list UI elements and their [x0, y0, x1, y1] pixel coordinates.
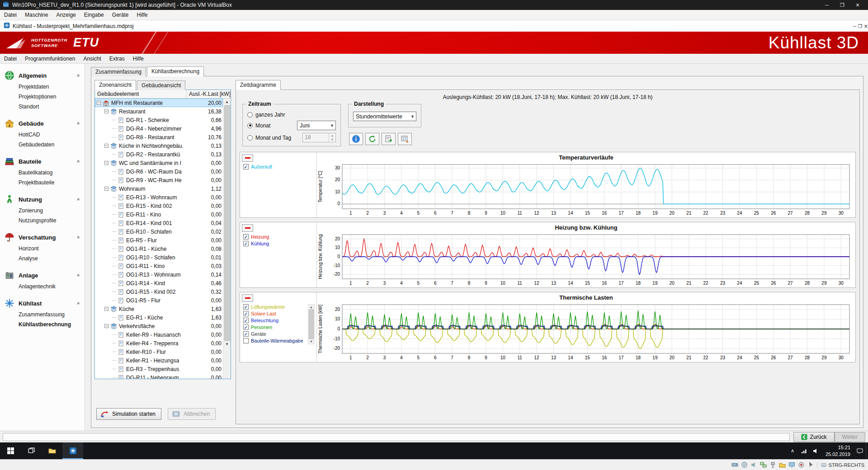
- tree-row-dg-r6-wc-raum-da[interactable]: DG-R6 - WC-Raum Da0,00: [95, 167, 223, 176]
- app-restore-button[interactable]: ❐: [858, 24, 863, 29]
- tree-row-og1-r11-kino[interactable]: OG1-R11 - Kino0,03: [95, 262, 223, 270]
- tree-row-og1-r15-kind-002[interactable]: OG1-R15 - Kind 0020,32: [95, 287, 223, 296]
- checkbox-kühlung[interactable]: ✓: [243, 241, 249, 246]
- sidebar-item-bauteilkatalog[interactable]: Bauteilkatalog: [19, 169, 85, 176]
- vbox-network-icon[interactable]: [760, 461, 767, 468]
- tree-row-dg-r8-restaurant[interactable]: DG-R8 - Restaurant10,76: [95, 133, 223, 141]
- vbox-menu-datei[interactable]: Datei: [0, 10, 21, 19]
- scroll-down-icon[interactable]: ▼: [310, 340, 313, 343]
- simulation-start-button[interactable]: Simulation starten: [96, 408, 161, 420]
- tree-expander-icon[interactable]: −: [97, 101, 101, 105]
- tray-chevron-icon[interactable]: ∧: [787, 442, 798, 459]
- tree-row-wohnraum[interactable]: −Wohnraum1,12: [95, 184, 223, 193]
- collapse-chevron-icon[interactable]: «: [76, 302, 81, 305]
- network-icon[interactable]: [798, 442, 810, 459]
- cancel-button[interactable]: Abbrechen: [168, 408, 216, 420]
- sidebar-item-horizont[interactable]: Horizont: [19, 245, 85, 252]
- sidebar-item-zusammenfassung[interactable]: Zusammenfassung: [19, 311, 85, 318]
- tree-row-dg-r9-wc-raum-he[interactable]: DG-R9 - WC-Raum He0,00: [95, 176, 223, 184]
- scroll-up-icon[interactable]: ▲: [225, 99, 229, 105]
- sidebar-item-analyse[interactable]: Analyse: [19, 255, 85, 262]
- scroll-thumb[interactable]: [224, 105, 230, 341]
- tab-kühllastberechnung[interactable]: Kühllastberechnung: [147, 66, 204, 76]
- sidebar-item-projektoptionen[interactable]: Projektoptionen: [19, 94, 85, 100]
- tree-row-wc-und-sanitärräume-in-i[interactable]: −WC und Sanitärräume in I0,00: [95, 159, 223, 167]
- vbox-minimize-button[interactable]: ─: [819, 2, 835, 8]
- tree-row-küche[interactable]: −Küche1,63: [95, 305, 223, 313]
- sidebar-header-kühllast[interactable]: Kühllast «: [0, 297, 85, 310]
- sidebar-item-kühllastberechnung[interactable]: Kühllastberechnung: [19, 321, 85, 328]
- sidebar-header-gebäude[interactable]: Gebäude «: [0, 117, 85, 130]
- vbox-cd-icon[interactable]: [741, 461, 748, 468]
- scroll-down-icon[interactable]: ▼: [225, 341, 229, 348]
- checkbox-geräte[interactable]: ✓: [243, 331, 249, 337]
- task-view-button[interactable]: [21, 442, 42, 459]
- taskbar-clock[interactable]: 15:21 25.02.2019: [822, 444, 854, 457]
- day-spinner[interactable]: 18 ▲▼: [302, 133, 336, 142]
- checkbox-beleuchtung[interactable]: ✓: [243, 318, 249, 323]
- collapse-chart-button[interactable]: [242, 294, 253, 302]
- tree-row-keller-r9-hausansch[interactable]: Keller-R9 - Hausansch0,00: [95, 330, 223, 339]
- collapse-chevron-icon[interactable]: «: [76, 236, 81, 239]
- column-header-element[interactable]: Gebäudeelement: [95, 90, 187, 98]
- volume-icon[interactable]: [810, 442, 822, 459]
- tree-row-keller-r4-treppenra[interactable]: Keller-R4 - Treppenra0,00: [95, 339, 223, 348]
- sidebar-header-allgemein[interactable]: Allgemein «: [0, 69, 85, 82]
- spin-up-icon[interactable]: ▲: [331, 134, 334, 137]
- file-explorer-button[interactable]: [42, 442, 62, 459]
- tree-row-eg-r13-wohnraum[interactable]: EG-R13 - Wohnraum0,00: [95, 193, 223, 202]
- vbox-hdd-icon[interactable]: [731, 461, 738, 468]
- month-select[interactable]: Juni ▼: [297, 121, 336, 130]
- sidebar-header-verschattung[interactable]: Verschattung «: [0, 231, 85, 244]
- app-menu-datei[interactable]: Datei: [0, 54, 21, 63]
- tree-expander-icon[interactable]: −: [104, 109, 108, 113]
- app-close-button[interactable]: ✕: [864, 24, 868, 29]
- refresh-button[interactable]: [365, 133, 379, 145]
- tab-gebäudeansicht[interactable]: Gebäudeansicht: [137, 80, 185, 90]
- app-menu-extras[interactable]: Extras: [105, 54, 129, 63]
- vbox-menu-eingabe[interactable]: Eingabe: [80, 10, 108, 19]
- vbox-close-button[interactable]: ✕: [850, 2, 865, 8]
- vbox-menu-hilfe[interactable]: Hilfe: [132, 10, 151, 19]
- tree-expander-icon[interactable]: −: [104, 187, 108, 191]
- app-menu-ansicht[interactable]: Ansicht: [79, 54, 105, 63]
- darstellung-select[interactable]: Stundenmittelwerte ▼: [353, 112, 416, 121]
- vbox-menu-anzeige[interactable]: Anzeige: [52, 10, 80, 19]
- legend-scrollbar[interactable]: ▲▼: [308, 304, 315, 344]
- tree-expander-icon[interactable]: −: [104, 307, 108, 311]
- export-table-button[interactable]: [398, 133, 412, 145]
- scroll-up-icon[interactable]: ▲: [310, 306, 313, 309]
- tree-row-dg-r1-schenke[interactable]: DG-R1 - Schenke0,66: [95, 116, 223, 124]
- sidebar-header-anlage[interactable]: Anlage «: [0, 269, 85, 282]
- action-center-icon[interactable]: [854, 442, 866, 459]
- sidebar-item-projektdaten[interactable]: Projektdaten: [19, 84, 85, 90]
- vbox-mouse-icon[interactable]: [807, 461, 814, 468]
- tree-row-verkehrsfläche[interactable]: −Verkehrsfläche0,00: [95, 322, 223, 330]
- collapse-chevron-icon[interactable]: «: [76, 274, 81, 277]
- tree-row-dg-r11-nebenraum[interactable]: DG-R11 - Nebenraum0,00: [95, 373, 223, 379]
- collapse-chevron-icon[interactable]: «: [76, 198, 81, 201]
- app-menu-programmfunktionen[interactable]: Programmfunktionen: [21, 54, 79, 63]
- vbox-audio-icon[interactable]: [750, 461, 757, 468]
- collapse-chevron-icon[interactable]: «: [76, 160, 81, 163]
- tree-row-eg-r3-treppenhaus[interactable]: EG-R3 - Treppenhaus0,00: [95, 365, 223, 373]
- sidebar-item-anlagentechnik[interactable]: Anlagentechnik: [19, 283, 85, 290]
- sidebar-item-hottcad[interactable]: HottCAD: [19, 132, 85, 138]
- scroll-thumb[interactable]: [309, 310, 314, 339]
- sidebar-item-zonierung[interactable]: Zonierung: [19, 207, 85, 214]
- sidebar-header-nutzung[interactable]: Nutzung «: [0, 193, 85, 206]
- info-button[interactable]: [349, 133, 363, 145]
- checkbox-bauteile-wärmeabgabe[interactable]: [243, 338, 249, 343]
- tree-expander-icon[interactable]: −: [104, 144, 108, 148]
- vbox-recording-icon[interactable]: [798, 461, 805, 468]
- vbox-usb-icon[interactable]: [769, 461, 776, 468]
- app-menu-hilfe[interactable]: Hilfe: [129, 54, 148, 63]
- checkbox-personen[interactable]: ✓: [243, 324, 249, 330]
- checkbox-solare-last[interactable]: ✓: [243, 311, 249, 316]
- tree-row-og1-r13-wohnraum[interactable]: OG1-R13 - Wohnraum0,14: [95, 270, 223, 279]
- sidebar-header-bauteile[interactable]: Bauteile «: [0, 155, 85, 168]
- vbox-menu-maschine[interactable]: Maschine: [21, 10, 52, 19]
- collapse-chevron-icon[interactable]: «: [76, 74, 81, 77]
- sidebar-item-nutzungsprofile[interactable]: Nutzungsprofile: [19, 217, 85, 224]
- tree-row-eg-r5-flur[interactable]: EG-R5 - Flur0,00: [95, 236, 223, 244]
